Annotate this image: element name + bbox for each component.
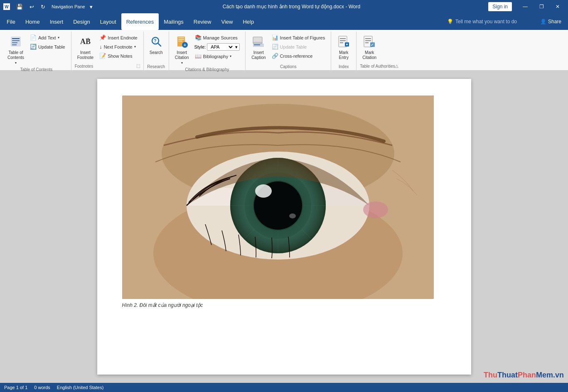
watermark: ThuThuatPhanMem.vn <box>484 371 564 380</box>
menu-help[interactable]: Help <box>238 13 259 30</box>
sign-in-button[interactable]: Sign in <box>488 2 512 11</box>
update-table-caption-button: 🔄 Update Table <box>269 42 328 51</box>
menu-home[interactable]: Home <box>20 13 45 30</box>
cross-reference-button[interactable]: 🔗 Cross-reference <box>269 51 328 60</box>
footnote-icon: AB 1 <box>79 35 92 49</box>
toc-group-label: Table of Contents <box>5 66 68 73</box>
search-icon: ? <box>150 35 163 49</box>
title-bar-right: Sign in — ❐ ✕ <box>488 0 565 13</box>
svg-rect-11 <box>178 37 184 38</box>
next-footnote-button[interactable]: ↓ Next Footnote ▾ <box>97 42 140 51</box>
share-icon: 👤 <box>540 19 546 24</box>
ribbon-group-index: MarkEntry Index <box>331 32 357 70</box>
save-button[interactable]: 💾 <box>14 3 25 11</box>
image-caption: Hình 2. Đôi mắt của người ngoại tộc <box>122 302 446 308</box>
manage-sources-button[interactable]: 📚 Manage Sources <box>192 33 242 42</box>
bibliography-button[interactable]: 📖 Bibliography ▾ <box>192 52 242 61</box>
svg-rect-13 <box>178 41 182 42</box>
minimize-button[interactable]: — <box>518 0 533 13</box>
footnote-label: InsertFootnote <box>77 50 93 60</box>
insert-table-of-figures-button[interactable]: 📊 Insert Table of Figures <box>269 33 328 42</box>
watermark-vn: .vn <box>553 371 564 379</box>
research-group-label: Research <box>147 64 165 70</box>
ribbon-group-research-content: ? Search <box>147 32 165 64</box>
close-button[interactable]: ✕ <box>551 0 565 13</box>
tell-me: 💡 <box>442 13 535 30</box>
svg-rect-16 <box>253 37 262 44</box>
update-table-label: Update Table <box>38 44 65 49</box>
insert-caption-button[interactable]: InsertCaption <box>249 33 268 62</box>
style-select[interactable]: APA MLA Chicago <box>209 44 234 50</box>
footnote-small-buttons: 📌 Insert Endnote ↓ Next Footnote ▾ 📝 Sho… <box>97 33 140 60</box>
table-of-contents-button[interactable]: Table ofContents ▾ <box>5 33 27 66</box>
manage-sources-label: Manage Sources <box>203 35 238 40</box>
menu-view[interactable]: View <box>216 13 238 30</box>
ribbon-group-captions: InsertCaption 📊 Insert Table of Figures … <box>246 32 331 70</box>
menu-insert[interactable]: Insert <box>45 13 69 30</box>
table-figures-icon: 📊 <box>272 34 278 41</box>
menu-review[interactable]: Review <box>189 13 216 30</box>
insert-endnote-button[interactable]: 📌 Insert Endnote <box>97 33 140 42</box>
ribbon-group-citations: + InsertCitation ▾ 📚 Manage Sources Styl… <box>169 32 246 70</box>
svg-point-52 <box>289 213 296 218</box>
style-dropdown-arrow: ▾ <box>235 44 238 50</box>
tell-me-input[interactable] <box>455 19 530 24</box>
status-bar: Page 1 of 1 0 words English (United Stat… <box>0 383 568 392</box>
authorities-group-label: Table of Authorities △ <box>360 63 398 70</box>
citation-label: InsertCitation <box>175 50 189 60</box>
nav-pane-dropdown[interactable]: ▾ <box>88 3 95 11</box>
add-text-button[interactable]: 📄 Add Text ▾ <box>27 33 68 42</box>
next-footnote-icon: ↓ <box>99 44 102 50</box>
show-notes-button[interactable]: 📝 Show Notes <box>97 51 140 60</box>
ribbon-group-captions-content: InsertCaption 📊 Insert Table of Figures … <box>249 32 327 64</box>
footnotes-expand-icon[interactable]: ⬚ <box>136 64 140 68</box>
word-count: 0 words <box>34 385 50 390</box>
mark-entry-icon <box>337 35 350 49</box>
svg-text:✓: ✓ <box>371 43 374 47</box>
title-bar-left: W 💾 ↩ ↻ Navigation Pane ▾ <box>3 3 95 11</box>
next-footnote-label: Next Footnote <box>104 44 133 49</box>
authorities-label-text: Table of Authorities <box>360 64 395 69</box>
share-button[interactable]: 👤 Share <box>535 13 566 30</box>
search-button[interactable]: ? Search <box>147 33 165 57</box>
insert-footnote-button[interactable]: AB 1 InsertFootnote <box>75 33 96 62</box>
svg-text:?: ? <box>154 38 157 43</box>
watermark-mem: Mem <box>536 371 553 379</box>
style-label: Style: <box>194 44 206 49</box>
redo-button[interactable]: ↻ <box>39 3 47 11</box>
menu-design[interactable]: Design <box>68 13 95 30</box>
authorities-expand-icon[interactable]: △ <box>395 64 398 68</box>
ribbon-group-footnotes: AB 1 InsertFootnote 📌 Insert Endnote ↓ N… <box>71 32 144 70</box>
menu-file[interactable]: File <box>2 13 20 30</box>
mark-entry-label: MarkEntry <box>339 50 349 60</box>
citations-small-buttons: 📚 Manage Sources Style: APA MLA Chicago … <box>192 33 242 61</box>
svg-text:1: 1 <box>87 37 89 41</box>
document-area: Hình 2. Đôi mắt của người ngoại tộc <box>0 71 568 383</box>
insert-citation-button[interactable]: + InsertCitation ▾ <box>172 33 192 66</box>
word-icon: W <box>3 3 10 10</box>
add-text-icon: 📄 <box>30 34 37 41</box>
next-footnote-arrow: ▾ <box>134 45 136 49</box>
toc-label: Table ofContents <box>7 50 24 60</box>
style-dropdown[interactable]: APA MLA Chicago ▾ <box>207 43 240 51</box>
svg-point-53 <box>363 201 388 218</box>
ribbon-group-index-content: MarkEntry <box>334 32 353 64</box>
menu-mailings[interactable]: Mailings <box>159 13 189 30</box>
update-table-icon: 🔄 <box>30 44 37 50</box>
toc-icon <box>9 35 22 49</box>
mark-citation-label: MarkCitation <box>362 50 376 60</box>
menu-references[interactable]: References <box>121 13 159 30</box>
undo-button[interactable]: ↩ <box>27 3 36 11</box>
restore-button[interactable]: ❐ <box>534 0 549 13</box>
search-label: Search <box>150 50 163 55</box>
document-page[interactable]: Hình 2. Đôi mắt của người ngoại tộc <box>97 79 471 375</box>
mark-citation-button[interactable]: ✓ MarkCitation <box>360 33 379 62</box>
menu-layout[interactable]: Layout <box>95 13 121 30</box>
add-text-label: Add Text <box>38 35 56 40</box>
watermark-phan: Phan <box>518 371 536 379</box>
update-table-button[interactable]: 🔄 Update Table <box>27 42 68 51</box>
update-table-caption-label: Update Table <box>280 44 307 49</box>
caption-icon <box>252 35 265 49</box>
update-table-caption-icon: 🔄 <box>272 44 278 50</box>
mark-entry-button[interactable]: MarkEntry <box>334 33 353 62</box>
